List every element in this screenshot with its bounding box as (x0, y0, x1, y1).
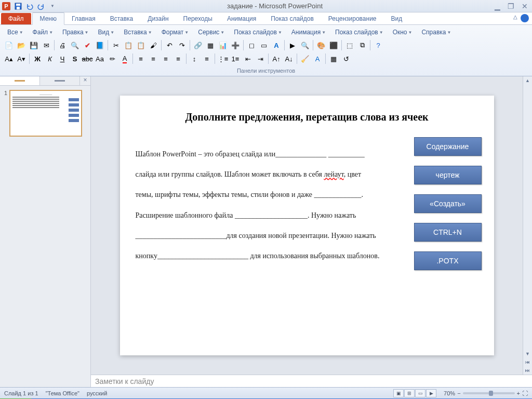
shapes-icon[interactable]: ◻ (246, 39, 257, 51)
decrease-indent-icon[interactable]: ⇤ (242, 53, 254, 64)
tab-menu[interactable]: Меню (32, 12, 64, 25)
align-right-icon[interactable]: ≡ (160, 53, 171, 64)
italic-icon[interactable]: К (44, 53, 56, 64)
bullets-icon[interactable]: ⋮≡ (217, 53, 229, 64)
redo-icon[interactable] (36, 2, 46, 11)
arrange-icon[interactable]: ⬚ (344, 39, 355, 51)
menu-edit[interactable]: Правка▼ (58, 27, 92, 37)
tab-review[interactable]: Рецензирование (321, 13, 384, 24)
tab-design[interactable]: Дизайн (140, 13, 176, 24)
menu-view[interactable]: Вид▼ (94, 27, 119, 37)
help-icon[interactable]: ? (521, 14, 529, 22)
fit-window-icon[interactable]: ⛶ (522, 390, 528, 396)
normal-view-icon[interactable]: ▣ (393, 389, 404, 397)
slide-canvas[interactable]: Дополните предложения, перетащив слова и… (91, 76, 523, 375)
decrease-font-icon[interactable]: A↓ (283, 53, 295, 64)
zoom-level[interactable]: 70% (444, 390, 455, 396)
slide-body-text[interactable]: Шаблон PowerPoint – это образец слайда и… (136, 144, 380, 266)
menu-tools[interactable]: Сервис▼ (194, 27, 229, 37)
menu-format[interactable]: Формат▼ (157, 27, 193, 37)
print-preview-icon[interactable]: 🔍 (69, 39, 81, 51)
grow-font-icon[interactable]: A▴ (3, 53, 15, 64)
undo-icon[interactable] (25, 2, 34, 11)
thumbnails-close-icon[interactable]: × (80, 76, 90, 85)
tab-slideshow[interactable]: Показ слайдов (263, 13, 321, 24)
zoom-in-icon[interactable]: + (517, 390, 520, 396)
copy-icon[interactable]: 📋 (123, 39, 134, 51)
font-color-icon[interactable]: A (119, 53, 130, 64)
align-left-icon[interactable]: ≡ (135, 53, 147, 64)
help2-icon[interactable]: ? (373, 39, 384, 51)
strike-icon[interactable]: abc (82, 53, 93, 64)
redo-icon[interactable]: ↷ (176, 39, 188, 51)
tab-insert[interactable]: Вставка (103, 13, 141, 24)
tab-home[interactable]: Главная (64, 13, 103, 24)
table-icon[interactable]: ▦ (205, 39, 216, 51)
zoom-out-icon[interactable]: − (457, 390, 460, 396)
font-dialog-icon[interactable]: A (312, 53, 323, 64)
save-icon[interactable]: 💾 (28, 39, 39, 51)
notes-pane[interactable]: Заметки к слайду (91, 375, 532, 387)
zoom-icon[interactable]: 🔍 (299, 39, 311, 51)
format-painter-icon[interactable]: 🖌 (148, 39, 159, 51)
menu-window[interactable]: Окно▼ (389, 27, 417, 37)
minimize-button[interactable]: ▁ (493, 2, 502, 10)
zoom-slider[interactable] (463, 392, 515, 394)
shrink-font-icon[interactable]: A▾ (16, 53, 27, 64)
answer-chip-3[interactable]: «Создать» (414, 194, 482, 213)
menu-file[interactable]: Файл▼ (29, 27, 57, 37)
paste-icon[interactable]: 📋 (135, 39, 147, 51)
wordart-icon[interactable]: A (271, 39, 282, 51)
increase-font-icon[interactable]: A↑ (271, 53, 282, 64)
reading-view-icon[interactable]: ▭ (415, 389, 425, 397)
new-icon[interactable]: 📄 (3, 39, 15, 51)
cut-icon[interactable]: ✂ (110, 39, 122, 51)
new-slide-icon[interactable]: ➕ (230, 39, 241, 51)
tab-view[interactable]: Вид (384, 13, 410, 24)
textbox-icon[interactable]: ▭ (258, 39, 270, 51)
answer-chip-5[interactable]: .POTX (414, 251, 482, 270)
close-button[interactable]: ✕ (520, 2, 530, 10)
file-tab[interactable]: Файл (1, 13, 31, 24)
reset-icon[interactable]: ↺ (340, 53, 352, 64)
save-icon[interactable] (14, 2, 23, 11)
menu-help[interactable]: Справка▼ (417, 27, 455, 37)
increase-indent-icon[interactable]: ⇥ (255, 53, 266, 64)
menu-slideshow2[interactable]: Показ слайдов▼ (331, 27, 388, 37)
highlight-icon[interactable]: ✏ (107, 53, 118, 64)
answer-chip-1[interactable]: Содержание (414, 137, 482, 156)
slideshow-icon[interactable]: ▶ (287, 39, 298, 51)
undo-icon[interactable]: ↶ (164, 39, 175, 51)
qat-customize-icon[interactable]: ▼ (48, 2, 57, 11)
tab-transitions[interactable]: Переходы (176, 13, 220, 24)
sorter-view-icon[interactable]: ⊞ (404, 389, 415, 397)
slide-title[interactable]: Дополните предложения, перетащив слова и… (136, 111, 478, 123)
scroll-up-icon[interactable]: ▲ (523, 76, 532, 85)
menu-all[interactable]: Все▼ (3, 27, 28, 37)
line-spacing-icon[interactable]: ≡ (201, 53, 212, 64)
cascade-icon[interactable]: ⧉ (356, 39, 368, 51)
outline-tab[interactable] (40, 76, 80, 85)
vertical-scrollbar[interactable]: ▲ ▼ ⏮ ⏭ (523, 76, 532, 375)
numbering-icon[interactable]: 1≡ (230, 53, 241, 64)
print-icon[interactable]: 🖨 (57, 39, 68, 51)
menu-insert[interactable]: Вставка▼ (119, 27, 156, 37)
restore-button[interactable]: ❐ (506, 2, 516, 10)
slideshow-view-icon[interactable]: ▶ (426, 389, 436, 397)
answer-chip-4[interactable]: CTRL+N (414, 223, 482, 242)
menu-slideshow[interactable]: Показ слайдов▼ (230, 27, 286, 37)
spellcheck-icon[interactable]: ✔ (82, 39, 93, 51)
underline-icon[interactable]: Ч (57, 53, 68, 64)
grayscale-icon[interactable]: ⬛ (328, 39, 339, 51)
language-indicator[interactable]: русский (87, 390, 107, 396)
research-icon[interactable]: 📘 (94, 39, 105, 51)
next-slide-icon[interactable]: ⏭ (523, 366, 532, 375)
menu-animation[interactable]: Анимация▼ (287, 27, 330, 37)
clear-format-icon[interactable]: 🧹 (299, 53, 311, 64)
prev-slide-icon[interactable]: ⏮ (523, 358, 532, 366)
justify-icon[interactable]: ≡ (172, 53, 184, 64)
mail-icon[interactable]: ✉ (41, 39, 52, 51)
text-direction-icon[interactable]: ↕ (189, 53, 200, 64)
layout-icon[interactable]: ▦ (328, 53, 339, 64)
tab-animations[interactable]: Анимация (220, 13, 263, 24)
